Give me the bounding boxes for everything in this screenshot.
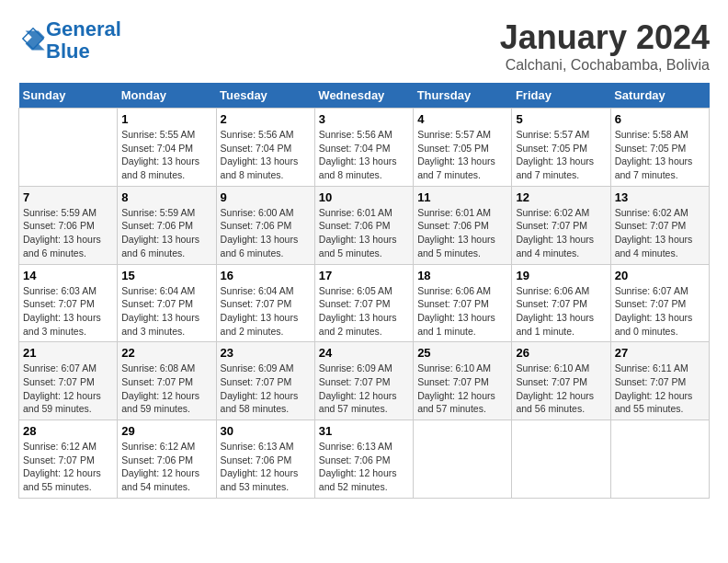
day-number: 30 [221,424,311,438]
col-monday: Monday [118,83,216,109]
calendar-table: Sunday Monday Tuesday Wednesday Thursday… [18,83,710,499]
calendar-cell: 27Sunrise: 6:11 AMSunset: 7:07 PMDayligh… [610,342,709,420]
calendar-cell: 16Sunrise: 6:04 AMSunset: 7:07 PMDayligh… [216,264,314,342]
day-info: Sunrise: 6:13 AMSunset: 7:06 PMDaylight:… [221,440,311,494]
calendar-header: Sunday Monday Tuesday Wednesday Thursday… [19,83,710,109]
day-number: 13 [615,190,705,204]
calendar-cell: 11Sunrise: 6:01 AMSunset: 7:06 PMDayligh… [414,186,512,264]
day-info: Sunrise: 5:59 AMSunset: 7:06 PMDaylight:… [23,206,113,260]
logo-line1: General [46,17,121,40]
page-header: General Blue January 2024 Calchani, Coch… [18,18,710,74]
day-info: Sunrise: 5:56 AMSunset: 7:04 PMDaylight:… [319,128,409,182]
calendar-cell [19,109,118,187]
col-sunday: Sunday [19,83,118,109]
day-info: Sunrise: 5:57 AMSunset: 7:05 PMDaylight:… [516,128,606,182]
header-row: Sunday Monday Tuesday Wednesday Thursday… [19,83,710,109]
day-info: Sunrise: 6:07 AMSunset: 7:07 PMDaylight:… [23,362,113,416]
calendar-cell: 25Sunrise: 6:10 AMSunset: 7:07 PMDayligh… [414,342,512,420]
day-number: 9 [221,190,311,204]
day-info: Sunrise: 6:12 AMSunset: 7:06 PMDaylight:… [121,440,211,494]
day-info: Sunrise: 5:57 AMSunset: 7:05 PMDaylight:… [417,128,507,182]
day-number: 11 [417,190,507,204]
day-number: 27 [615,346,705,360]
logo-icon [20,26,46,52]
day-info: Sunrise: 6:06 AMSunset: 7:07 PMDaylight:… [417,284,507,339]
day-info: Sunrise: 5:56 AMSunset: 7:04 PMDaylight:… [221,128,311,182]
day-info: Sunrise: 6:07 AMSunset: 7:07 PMDaylight:… [615,284,705,339]
day-info: Sunrise: 6:10 AMSunset: 7:07 PMDaylight:… [516,362,606,416]
calendar-week-row: 7Sunrise: 5:59 AMSunset: 7:06 PMDaylight… [19,186,710,264]
day-info: Sunrise: 6:01 AMSunset: 7:06 PMDaylight:… [319,206,409,260]
month-title: January 2024 [500,18,710,57]
day-number: 22 [121,346,211,360]
day-info: Sunrise: 6:04 AMSunset: 7:07 PMDaylight:… [221,284,311,339]
location: Calchani, Cochabamba, Bolivia [500,57,710,74]
calendar-cell: 15Sunrise: 6:04 AMSunset: 7:07 PMDayligh… [118,264,216,342]
day-number: 17 [319,269,409,282]
day-number: 2 [221,112,311,126]
day-info: Sunrise: 6:02 AMSunset: 7:07 PMDaylight:… [615,206,705,260]
day-info: Sunrise: 6:09 AMSunset: 7:07 PMDaylight:… [221,362,311,416]
day-number: 4 [417,112,507,126]
logo-line2: Blue [46,40,90,63]
day-number: 29 [121,424,211,438]
col-thursday: Thursday [414,83,512,109]
day-number: 15 [121,269,211,282]
calendar-cell [414,420,512,499]
calendar-week-row: 1Sunrise: 5:55 AMSunset: 7:04 PMDaylight… [19,109,710,187]
calendar-cell: 5Sunrise: 5:57 AMSunset: 7:05 PMDaylight… [512,109,610,187]
calendar-cell: 19Sunrise: 6:06 AMSunset: 7:07 PMDayligh… [512,264,610,342]
calendar-cell: 29Sunrise: 6:12 AMSunset: 7:06 PMDayligh… [118,420,216,499]
day-number: 6 [615,112,705,126]
day-number: 1 [121,112,211,126]
day-info: Sunrise: 6:02 AMSunset: 7:07 PMDaylight:… [516,206,606,260]
day-info: Sunrise: 6:12 AMSunset: 7:07 PMDaylight:… [23,440,113,494]
calendar-cell: 24Sunrise: 6:09 AMSunset: 7:07 PMDayligh… [314,342,413,420]
calendar-week-row: 21Sunrise: 6:07 AMSunset: 7:07 PMDayligh… [19,342,710,420]
calendar-cell: 7Sunrise: 5:59 AMSunset: 7:06 PMDaylight… [19,186,118,264]
col-friday: Friday [512,83,610,109]
day-number: 7 [23,190,113,204]
day-info: Sunrise: 5:59 AMSunset: 7:06 PMDaylight:… [121,206,211,260]
calendar-cell: 21Sunrise: 6:07 AMSunset: 7:07 PMDayligh… [19,342,118,420]
calendar-cell: 6Sunrise: 5:58 AMSunset: 7:05 PMDaylight… [610,109,709,187]
calendar-cell: 8Sunrise: 5:59 AMSunset: 7:06 PMDaylight… [118,186,216,264]
calendar-cell [610,420,709,499]
logo-text: General Blue [46,18,121,63]
day-info: Sunrise: 6:04 AMSunset: 7:07 PMDaylight:… [121,284,211,339]
calendar-body: 1Sunrise: 5:55 AMSunset: 7:04 PMDaylight… [19,109,710,499]
calendar-cell: 1Sunrise: 5:55 AMSunset: 7:04 PMDaylight… [118,109,216,187]
calendar-cell: 14Sunrise: 6:03 AMSunset: 7:07 PMDayligh… [19,264,118,342]
calendar-cell [512,420,610,499]
day-number: 23 [221,346,311,360]
day-info: Sunrise: 6:06 AMSunset: 7:07 PMDaylight:… [516,284,606,339]
day-number: 8 [121,190,211,204]
day-number: 21 [23,346,113,360]
day-info: Sunrise: 6:11 AMSunset: 7:07 PMDaylight:… [615,362,705,416]
day-number: 5 [516,112,606,126]
day-number: 10 [319,190,409,204]
calendar-cell: 17Sunrise: 6:05 AMSunset: 7:07 PMDayligh… [314,264,413,342]
day-number: 26 [516,346,606,360]
day-number: 24 [319,346,409,360]
day-info: Sunrise: 6:05 AMSunset: 7:07 PMDaylight:… [319,284,409,339]
day-number: 18 [417,269,507,282]
calendar-week-row: 14Sunrise: 6:03 AMSunset: 7:07 PMDayligh… [19,264,710,342]
calendar-cell: 3Sunrise: 5:56 AMSunset: 7:04 PMDaylight… [314,109,413,187]
calendar-cell: 4Sunrise: 5:57 AMSunset: 7:05 PMDaylight… [414,109,512,187]
day-info: Sunrise: 6:10 AMSunset: 7:07 PMDaylight:… [417,362,507,416]
calendar-cell: 26Sunrise: 6:10 AMSunset: 7:07 PMDayligh… [512,342,610,420]
calendar-cell: 28Sunrise: 6:12 AMSunset: 7:07 PMDayligh… [19,420,118,499]
calendar-cell: 12Sunrise: 6:02 AMSunset: 7:07 PMDayligh… [512,186,610,264]
day-info: Sunrise: 6:08 AMSunset: 7:07 PMDaylight:… [121,362,211,416]
day-info: Sunrise: 5:58 AMSunset: 7:05 PMDaylight:… [615,128,705,182]
day-info: Sunrise: 6:13 AMSunset: 7:06 PMDaylight:… [319,440,409,494]
logo: General Blue [18,18,121,63]
day-number: 28 [23,424,113,438]
calendar-cell: 22Sunrise: 6:08 AMSunset: 7:07 PMDayligh… [118,342,216,420]
day-number: 16 [221,269,311,282]
calendar-cell: 18Sunrise: 6:06 AMSunset: 7:07 PMDayligh… [414,264,512,342]
calendar-week-row: 28Sunrise: 6:12 AMSunset: 7:07 PMDayligh… [19,420,710,499]
day-number: 19 [516,269,606,282]
day-number: 3 [319,112,409,126]
